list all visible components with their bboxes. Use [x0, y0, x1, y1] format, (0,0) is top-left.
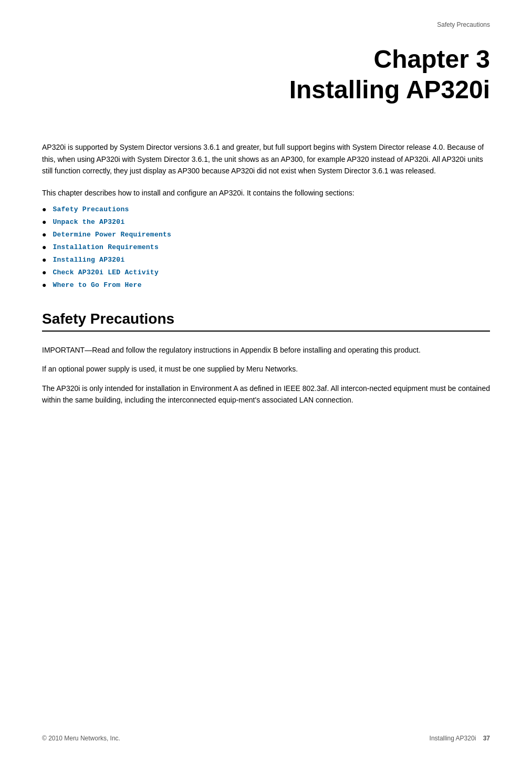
section-title-safety: Safety Precautions — [42, 311, 490, 327]
page-header-right: Safety Precautions — [42, 21, 490, 28]
toc-item-installing[interactable]: Installing AP320i — [42, 256, 490, 264]
toc-item-unpack[interactable]: Unpack the AP320i — [42, 218, 490, 226]
toc-link-installing[interactable]: Installing AP320i — [53, 256, 124, 264]
footer-copyright: © 2010 Meru Networks, Inc. — [42, 735, 120, 742]
toc-item-where[interactable]: Where to Go From Here — [42, 281, 490, 290]
chapter-title-block: Chapter 3 Installing AP320i — [42, 44, 490, 105]
safety-precautions-section: Safety Precautions IMPORTANT—Read and fo… — [42, 311, 490, 406]
toc-link-led[interactable]: Check AP320i LED Activity — [53, 269, 159, 276]
safety-paragraph-3: The AP320i is only intended for installa… — [42, 383, 490, 406]
footer-right-text: Installing AP320i 37 — [430, 735, 490, 742]
toc-item-power[interactable]: Determine Power Requirements — [42, 231, 490, 239]
toc-list: Safety Precautions Unpack the AP320i Det… — [42, 205, 490, 290]
chapter-heading: Chapter 3 Installing AP320i — [42, 44, 490, 105]
toc-link-installation-req[interactable]: Installation Requirements — [53, 243, 159, 251]
page-footer: © 2010 Meru Networks, Inc. Installing AP… — [42, 735, 490, 742]
toc-link-power[interactable]: Determine Power Requirements — [53, 231, 171, 239]
toc-link-safety[interactable]: Safety Precautions — [53, 205, 129, 213]
safety-paragraph-1: IMPORTANT—Read and follow the regulatory… — [42, 344, 490, 356]
toc-intro-text: This chapter describes how to install an… — [42, 187, 490, 199]
safety-paragraph-2: If an optional power supply is used, it … — [42, 363, 490, 375]
toc-link-unpack[interactable]: Unpack the AP320i — [53, 218, 124, 226]
toc-link-where[interactable]: Where to Go From Here — [53, 281, 141, 289]
footer-page-number: 37 — [483, 735, 490, 742]
intro-paragraph-1: AP320i is supported by System Director v… — [42, 141, 490, 177]
toc-item-installation-req[interactable]: Installation Requirements — [42, 243, 490, 252]
toc-item-led[interactable]: Check AP320i LED Activity — [42, 269, 490, 277]
section-divider — [42, 331, 490, 332]
footer-product: Installing AP320i — [430, 735, 476, 742]
section-body: IMPORTANT—Read and follow the regulatory… — [42, 344, 490, 406]
toc-item-safety[interactable]: Safety Precautions — [42, 205, 490, 214]
